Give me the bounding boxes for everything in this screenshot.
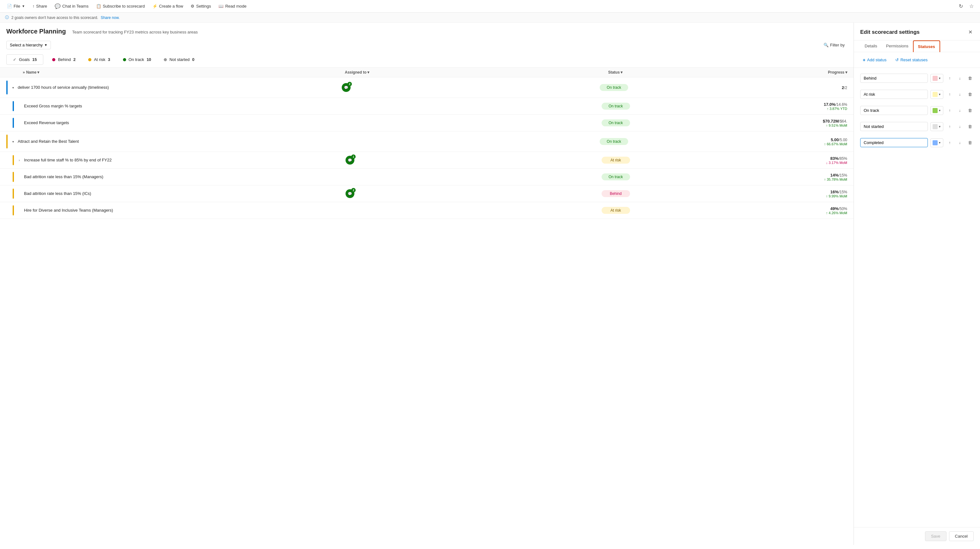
add-status-button[interactable]: + Add status [860, 56, 889, 64]
goal-status[interactable]: Behind [539, 190, 693, 197]
left-panel: Workforce Planning Team scorecard for tr… [0, 23, 854, 545]
move-up-button-s5[interactable]: ↑ [946, 139, 953, 147]
share-now-link[interactable]: Share now. [100, 16, 119, 20]
ontrack-stat[interactable]: On track 10 [117, 55, 158, 64]
goal-status[interactable]: At risk [539, 207, 693, 214]
select-hierarchy-button[interactable]: Select a hierarchy ▼ [6, 41, 51, 49]
color-bar [13, 118, 14, 128]
chat-label: Chat in Teams [62, 4, 89, 8]
delete-status-button-s1[interactable]: 🗑 [966, 75, 974, 82]
color-swatch-s5 [932, 140, 938, 145]
goal-status[interactable]: On track [539, 103, 693, 109]
move-up-button-s2[interactable]: ↑ [946, 90, 953, 98]
color-dropdown-s3[interactable]: ▼ [931, 106, 943, 115]
file-label: File [14, 4, 20, 8]
cancel-button[interactable]: Cancel [949, 531, 974, 541]
reset-statuses-button[interactable]: ↺ Reset statuses [893, 56, 930, 63]
move-down-button-s3[interactable]: ↓ [956, 107, 964, 114]
delete-status-button-s2[interactable]: 🗑 [966, 90, 974, 98]
status-pill[interactable]: On track [601, 173, 630, 180]
move-down-button-s4[interactable]: ↓ [956, 123, 964, 130]
add-status-label: Add status [867, 57, 886, 62]
move-down-button-s1[interactable]: ↓ [956, 75, 964, 82]
right-panel: Edit scorecard settings ✕ Details Permis… [854, 23, 980, 545]
goals-stat[interactable]: ✓ Goals 15 [6, 54, 43, 65]
refresh-button[interactable]: ↻ [956, 2, 966, 10]
goal-row-g2: ▾ Attract and Retain the Best Talent On … [0, 132, 854, 152]
status-pill[interactable]: At risk [601, 207, 630, 214]
move-down-button-s5[interactable]: ↓ [956, 139, 964, 147]
scorecard-header: Workforce Planning Team scorecard for tr… [0, 23, 854, 38]
status-pill[interactable]: On track [601, 119, 630, 126]
settings-button[interactable]: ⚙ Settings [188, 2, 214, 10]
share-button[interactable]: ↑ Share [29, 2, 50, 10]
goal-name: Exceed Revenue targets [22, 120, 345, 126]
status-pill[interactable]: On track [600, 138, 628, 145]
expand-all-icon[interactable]: » [23, 70, 25, 75]
goal-status[interactable]: On track [536, 138, 692, 145]
chat-in-teams-button[interactable]: 💬 Chat in Teams [51, 2, 92, 11]
status-edit-row-s5: ▼ ↑ ↓ 🗑 [860, 136, 974, 149]
color-dropdown-s1[interactable]: ▼ [931, 74, 943, 83]
atrisk-stat[interactable]: At risk 3 [82, 55, 116, 64]
badge-count: 2 [347, 82, 352, 86]
status-pill[interactable]: On track [601, 103, 630, 109]
avatar-badge: 💬 1 [345, 156, 355, 165]
goal-row-g1: ▾ deliver 1700 hours of service annually… [0, 78, 854, 98]
goal-status[interactable]: At risk [539, 157, 693, 163]
tab-details[interactable]: Details [860, 40, 882, 52]
save-button[interactable]: Save [925, 531, 947, 541]
color-dropdown-s2[interactable]: ▼ [931, 90, 943, 99]
collapse-icon[interactable]: ▾ [10, 85, 16, 90]
file-menu[interactable]: 📄 File ▼ [4, 2, 28, 10]
progress-column-header[interactable]: Progress ▾ [693, 70, 847, 75]
goal-status[interactable]: On track [539, 119, 693, 126]
share-icon: ↑ [33, 4, 35, 8]
delete-status-button-s5[interactable]: 🗑 [966, 139, 974, 147]
status-name-input-s3[interactable] [860, 106, 928, 115]
goal-status[interactable]: On track [539, 173, 693, 180]
read-mode-button[interactable]: 📖 Read mode [215, 2, 250, 10]
status-pill[interactable]: At risk [601, 157, 630, 163]
color-bar [13, 155, 14, 165]
panel-actions: + Add status ↺ Reset statuses [854, 52, 980, 68]
avatar-badge: 💬 2 [345, 189, 355, 198]
collapse-icon[interactable]: ▾ [10, 139, 16, 144]
status-name-input-s5[interactable] [860, 138, 928, 147]
color-dropdown-s4[interactable]: ▼ [931, 122, 943, 131]
behind-stat[interactable]: Behind 2 [46, 55, 82, 64]
expand-icon[interactable]: › [16, 157, 22, 163]
tab-statuses[interactable]: Statuses [913, 40, 940, 52]
status-name-input-s4[interactable] [860, 122, 928, 131]
subscribe-button[interactable]: 📋 Subscribe to scorecard [93, 2, 148, 10]
goal-row-g2b: Bad attrition rate less than 15% (Manage… [0, 169, 854, 186]
goal-status[interactable]: On track [536, 84, 692, 91]
name-column-header[interactable]: Name ▾ [26, 70, 40, 75]
delete-status-button-s4[interactable]: 🗑 [966, 123, 974, 130]
status-name-input-s2[interactable] [860, 90, 928, 99]
status-name-input-s1[interactable] [860, 74, 928, 83]
hierarchy-chevron-icon: ▼ [44, 43, 48, 47]
status-column-header[interactable]: Status ▾ [538, 70, 693, 75]
assigned-column-header[interactable]: Assigned to ▾ [345, 70, 538, 75]
color-bar [13, 101, 14, 111]
filter-label: Filter by [830, 43, 845, 48]
panel-close-button[interactable]: ✕ [967, 28, 974, 36]
status-pill[interactable]: Behind [601, 190, 630, 197]
color-dropdown-s5[interactable]: ▼ [931, 138, 943, 147]
move-up-button-s3[interactable]: ↑ [946, 107, 953, 114]
atrisk-dot [88, 58, 91, 61]
tab-permissions[interactable]: Permissions [882, 40, 913, 52]
delete-status-button-s3[interactable]: 🗑 [966, 107, 974, 114]
goal-name: deliver 1700 hours of service annually (… [16, 85, 342, 90]
status-pill[interactable]: On track [600, 84, 628, 91]
notstarted-stat[interactable]: Not started 0 [158, 55, 201, 64]
move-up-button-s4[interactable]: ↑ [946, 123, 953, 130]
goal-progress: 83%/85% ↓ 3.17% MoM [693, 156, 847, 165]
move-up-button-s1[interactable]: ↑ [946, 75, 953, 82]
create-flow-button[interactable]: ⚡ Create a flow [149, 2, 186, 10]
filter-button[interactable]: 🔍 Filter by [821, 41, 847, 49]
flow-icon: ⚡ [153, 4, 158, 8]
favorite-button[interactable]: ☆ [967, 2, 976, 10]
move-down-button-s2[interactable]: ↓ [956, 90, 964, 98]
